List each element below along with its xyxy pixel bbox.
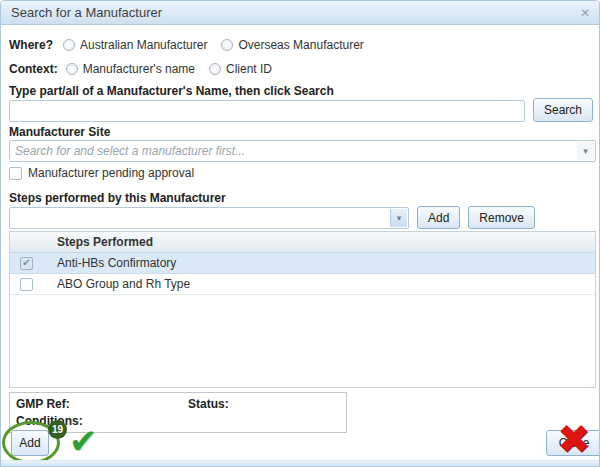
table-row[interactable]: ABO Group and Rh Type — [10, 274, 595, 295]
radio-client-id[interactable]: Client ID — [209, 62, 272, 76]
dialog-title: Search for a Manufacturer — [11, 5, 162, 20]
chevron-down-icon[interactable]: ▾ — [577, 142, 594, 160]
pending-approval-row[interactable]: Manufacturer pending approval — [9, 165, 593, 181]
dialog-titlebar[interactable]: Search for a Manufacturer ✕ — [1, 1, 599, 25]
steps-dropdown[interactable]: ▾ — [9, 207, 409, 229]
radio-overseas-manufacturer[interactable]: Overseas Manufacturer — [221, 38, 363, 52]
name-search-row: Search — [9, 100, 593, 122]
steps-table: Steps Performed ✔ Anti-HBs Confirmatory … — [9, 231, 596, 388]
manufacturer-site-label: Manufacturer Site — [9, 125, 593, 139]
step-name: ABO Group and Rh Type — [57, 277, 190, 291]
add-manufacturer-button[interactable]: Add — [11, 430, 49, 456]
table-row[interactable]: ✔ Anti-HBs Confirmatory — [10, 253, 595, 274]
steps-table-header: Steps Performed — [10, 232, 595, 253]
radio-icon[interactable] — [221, 39, 233, 51]
radio-icon[interactable] — [209, 63, 221, 75]
steps-label: Steps performed by this Manufacturer — [9, 191, 593, 205]
add-step-button[interactable]: Add — [417, 206, 460, 229]
context-row: Context: Manufacturer's name Client ID — [9, 61, 593, 77]
radio-label: Manufacturer's name — [83, 62, 195, 76]
radio-label: Australian Manufacturer — [80, 38, 207, 52]
search-button[interactable]: Search — [533, 98, 593, 122]
dialog-bottom-chrome — [1, 460, 599, 466]
radio-label: Client ID — [226, 62, 272, 76]
search-manufacturer-dialog: Search for a Manufacturer ✕ Where? Austr… — [0, 0, 600, 467]
status-label: Status: — [188, 397, 229, 411]
steps-performed-header: Steps Performed — [57, 235, 153, 249]
gmp-ref-label: GMP Ref: — [16, 397, 188, 411]
dialog-body: Where? Australian Manufacturer Overseas … — [1, 25, 599, 433]
manufacturer-name-input[interactable] — [9, 100, 525, 122]
check-icon: ✔ — [22, 258, 30, 268]
pending-approval-label: Manufacturer pending approval — [28, 166, 194, 180]
radio-icon[interactable] — [63, 39, 75, 51]
remove-step-button[interactable]: Remove — [468, 206, 535, 229]
step-name: Anti-HBs Confirmatory — [57, 256, 176, 270]
row-checkbox[interactable]: ✔ — [20, 257, 33, 270]
close-button[interactable]: Close — [546, 430, 600, 456]
close-icon[interactable]: ✕ — [580, 1, 590, 25]
manufacturer-site-dropdown[interactable]: Search for and select a manufacturer fir… — [9, 140, 596, 162]
where-row: Where? Australian Manufacturer Overseas … — [9, 37, 593, 53]
row-checkbox[interactable] — [20, 278, 33, 291]
context-label: Context: — [9, 62, 58, 76]
radio-australian-manufacturer[interactable]: Australian Manufacturer — [63, 38, 207, 52]
name-search-label: Type part/all of a Manufacturer's Name, … — [9, 84, 593, 98]
where-label: Where? — [9, 38, 53, 52]
radio-icon[interactable] — [66, 63, 78, 75]
annotation-step-badge: 19 — [48, 420, 67, 439]
steps-row: ▾ Add Remove — [9, 206, 593, 229]
radio-label: Overseas Manufacturer — [238, 38, 363, 52]
pending-approval-checkbox[interactable] — [9, 167, 22, 180]
dropdown-placeholder: Search for and select a manufacturer fir… — [10, 144, 245, 158]
radio-manufacturers-name[interactable]: Manufacturer's name — [66, 62, 195, 76]
chevron-down-icon[interactable]: ▾ — [390, 209, 407, 227]
